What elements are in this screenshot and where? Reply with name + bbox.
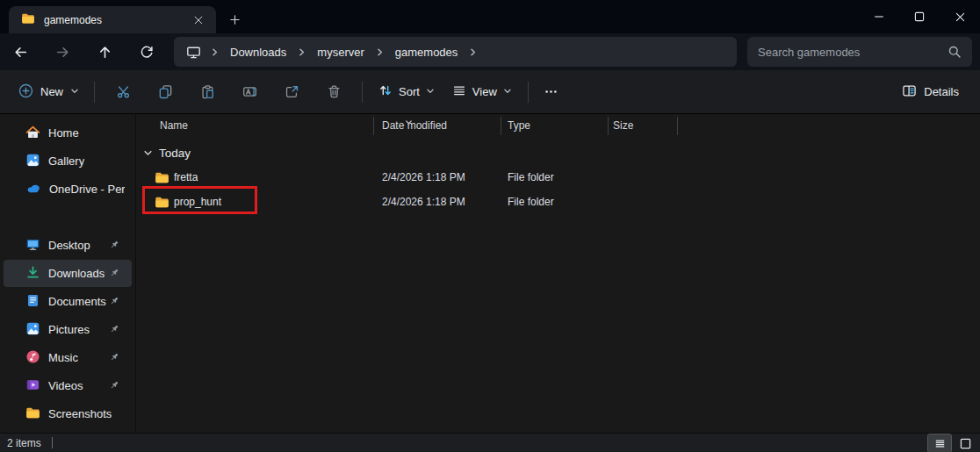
gallery-icon — [25, 153, 40, 170]
refresh-button[interactable] — [132, 37, 162, 67]
videos-icon — [25, 377, 40, 395]
chevron-right-icon — [294, 47, 309, 57]
sort-direction-icon — [405, 114, 413, 130]
sidebar-item-documents[interactable]: Documents — [4, 288, 132, 315]
chevron-down-icon — [426, 85, 435, 98]
sidebar-item-label: Screenshots — [48, 407, 112, 420]
sidebar-item-pictures[interactable]: Pictures — [4, 316, 132, 343]
details-pane-icon — [902, 83, 917, 101]
downloads-icon — [25, 265, 40, 283]
column-divider[interactable] — [677, 117, 678, 135]
pin-icon — [108, 239, 120, 254]
toolbar-divider — [362, 82, 363, 103]
sidebar-item-home[interactable]: Home — [4, 119, 132, 147]
more-options-button[interactable] — [536, 77, 567, 107]
column-header-date-modified[interactable]: Date modified — [382, 114, 447, 137]
pin-icon — [108, 379, 120, 394]
sort-button-label: Sort — [399, 85, 420, 98]
status-bar: 2 items — [0, 433, 980, 452]
sidebar-item-label: Documents — [48, 295, 106, 308]
column-header-size[interactable]: Size — [613, 114, 633, 137]
documents-icon — [25, 293, 40, 311]
column-divider[interactable] — [373, 117, 374, 135]
tab-title: gamemodes — [44, 14, 188, 26]
sort-button[interactable]: Sort — [370, 77, 443, 106]
sidebar-item-onedrive[interactable]: OneDrive - Pers — [4, 176, 132, 203]
navigation-bar: Downloads myserver gamemodes — [0, 33, 980, 70]
breadcrumb-gamemodes[interactable]: gamemodes — [388, 42, 465, 62]
details-button-label: Details — [924, 85, 959, 98]
up-button[interactable] — [90, 37, 119, 67]
breadcrumb-myserver[interactable]: myserver — [310, 42, 371, 62]
sidebar-item-downloads[interactable]: Downloads — [4, 260, 132, 287]
toolbar-divider — [528, 82, 529, 103]
file-date-modified: 2/4/2026 1:18 PM — [382, 190, 465, 214]
paste-button[interactable] — [190, 77, 225, 107]
group-label: Today — [159, 147, 191, 160]
file-row-prop-hunt[interactable]: prop_hunt 2/4/2026 1:18 PM File folder — [137, 190, 980, 214]
address-bar[interactable]: Downloads myserver gamemodes — [174, 37, 737, 67]
pin-icon — [108, 323, 120, 338]
file-row-fretta[interactable]: fretta 2/4/2026 1:18 PM File folder — [137, 165, 980, 190]
chevron-down-icon[interactable] — [143, 148, 153, 158]
onedrive-cloud-icon — [25, 180, 41, 198]
chevron-right-icon — [372, 47, 387, 57]
search-icon[interactable] — [948, 45, 962, 59]
column-divider[interactable] — [608, 117, 609, 135]
minimize-button[interactable] — [859, 0, 899, 33]
file-type: File folder — [508, 165, 554, 190]
forward-button[interactable] — [47, 37, 77, 67]
sidebar-item-desktop[interactable]: Desktop — [4, 232, 132, 259]
folder-icon — [25, 405, 40, 423]
chevron-down-icon — [70, 85, 79, 98]
search-input[interactable] — [758, 46, 948, 59]
cut-button[interactable] — [105, 77, 141, 107]
new-button[interactable]: New — [11, 77, 87, 107]
delete-button[interactable] — [316, 77, 351, 107]
tab-close-icon[interactable] — [188, 11, 209, 30]
copy-button[interactable] — [148, 77, 183, 107]
rename-button[interactable] — [232, 77, 267, 107]
music-icon — [25, 349, 40, 367]
sidebar-item-label: Downloads — [48, 267, 104, 280]
file-date-modified: 2/4/2026 1:18 PM — [382, 165, 465, 190]
group-header-today[interactable]: Today — [137, 142, 191, 163]
sidebar-item-label: Videos — [48, 379, 83, 392]
file-name[interactable]: prop_hunt — [174, 190, 221, 214]
titlebar: gamemodes — [0, 0, 980, 33]
share-button[interactable] — [274, 77, 309, 107]
sidebar-item-gallery[interactable]: Gallery — [4, 147, 132, 175]
sidebar-item-label: Music — [48, 351, 78, 364]
view-lines-icon — [452, 83, 466, 100]
home-icon — [25, 125, 40, 142]
maximize-button[interactable] — [899, 0, 940, 33]
column-header-type[interactable]: Type — [508, 114, 530, 137]
details-view-toggle[interactable] — [928, 434, 951, 452]
column-header-name[interactable]: Name — [160, 114, 188, 137]
close-button[interactable] — [940, 0, 980, 33]
file-name[interactable]: fretta — [174, 165, 198, 190]
breadcrumb-downloads[interactable]: Downloads — [223, 42, 293, 62]
chevron-down-icon — [503, 85, 512, 98]
statusbar-divider — [52, 437, 53, 448]
new-tab-button[interactable] — [223, 8, 246, 31]
view-toggles — [928, 434, 976, 452]
sidebar-item-label: Home — [48, 126, 79, 140]
folder-icon — [155, 170, 169, 188]
sidebar-item-label: Desktop — [48, 239, 90, 252]
details-pane-button[interactable]: Details — [895, 77, 966, 107]
sidebar-item-label: Pictures — [48, 323, 90, 336]
view-button[interactable]: View — [443, 77, 521, 106]
sidebar-item-label: OneDrive - Pers — [49, 183, 125, 196]
column-divider[interactable] — [501, 117, 501, 135]
chevron-right-icon — [207, 47, 222, 57]
this-pc-monitor-icon[interactable] — [181, 45, 206, 60]
back-button[interactable] — [5, 37, 35, 67]
sidebar-item-music[interactable]: Music — [4, 344, 132, 371]
sidebar-item-screenshots[interactable]: Screenshots — [4, 400, 132, 427]
pin-icon — [108, 295, 120, 310]
tab-gamemodes[interactable]: gamemodes — [9, 6, 216, 33]
sidebar-item-videos[interactable]: Videos — [4, 372, 132, 399]
thumbnails-view-toggle[interactable] — [954, 434, 976, 452]
file-explorer-window: gamemodes Downloads myserver gamemodes — [0, 0, 980, 452]
